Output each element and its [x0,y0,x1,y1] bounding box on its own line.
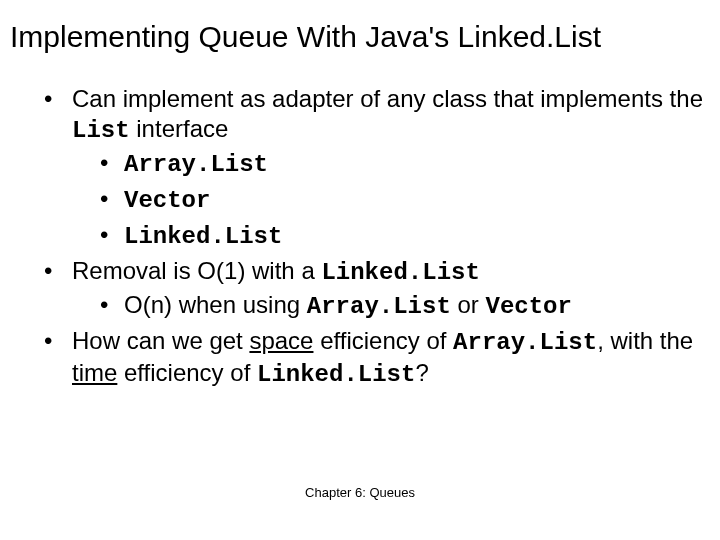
bullet-removal: Removal is O(1) with a Linked.List O(n) … [44,256,710,322]
code-arraylist: Array.List [307,293,451,320]
bullet-list: Can implement as adapter of any class th… [10,84,710,390]
bullet-vector: Vector [100,184,710,216]
underline-space: space [249,327,313,354]
bullet-arraylist: Array.List [100,148,710,180]
footer-chapter: Chapter 6: Queues [0,485,720,500]
code-linkedlist: Linked.List [257,361,415,388]
text: O(n) when using [124,291,307,318]
code-vector: Vector [124,187,210,214]
sub-list: O(n) when using Array.List or Vector [72,290,710,322]
text: Can implement as adapter of any class th… [72,85,703,112]
sub-list: Array.List Vector Linked.List [72,148,710,252]
code-linkedlist: Linked.List [321,259,479,286]
slide-title: Implementing Queue With Java's Linked.Li… [10,20,710,54]
text: Removal is O(1) with a [72,257,321,284]
slide: Implementing Queue With Java's Linked.Li… [0,0,720,540]
bullet-linkedlist: Linked.List [100,220,710,252]
underline-time: time [72,359,117,386]
code-arraylist: Array.List [453,329,597,356]
bullet-on: O(n) when using Array.List or Vector [100,290,710,322]
text: or [451,291,486,318]
text: ? [415,359,428,386]
text: efficiency of [117,359,257,386]
text: How can we get [72,327,249,354]
text: , with the [597,327,693,354]
bullet-question: How can we get space efficiency of Array… [44,326,710,390]
code-vector: Vector [485,293,571,320]
code-arraylist: Array.List [124,151,268,178]
text: interface [130,115,229,142]
code-list: List [72,117,130,144]
text: efficiency of [313,327,453,354]
bullet-adapter: Can implement as adapter of any class th… [44,84,710,252]
code-linkedlist: Linked.List [124,223,282,250]
